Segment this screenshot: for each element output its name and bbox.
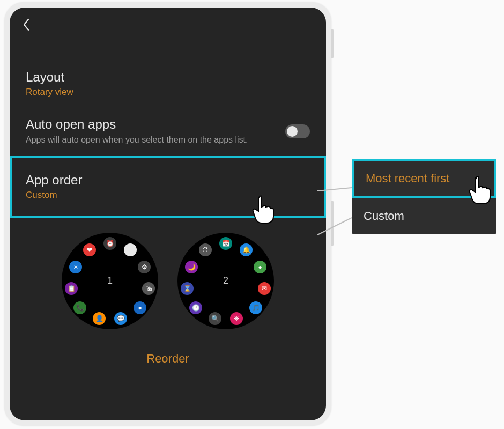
app-icon: ☀ <box>69 261 82 273</box>
app-icon: ● <box>134 301 146 314</box>
layout-value: Rotary view <box>26 87 310 98</box>
app-order-popup: Most recent first Custom <box>352 159 496 234</box>
watch-page-label: 2 <box>223 275 228 286</box>
back-button[interactable] <box>23 18 313 33</box>
reorder-button[interactable]: Reorder <box>10 339 326 370</box>
app-icon: ✉ <box>258 282 271 295</box>
app-icon: 👤 <box>93 312 106 325</box>
watch-page-label: 1 <box>107 275 113 286</box>
pointer-hand-icon <box>250 195 276 225</box>
reorder-label: Reorder <box>146 352 189 365</box>
layout-title: Layout <box>26 70 310 85</box>
chevron-left-icon <box>23 18 30 31</box>
auto-open-toggle[interactable] <box>285 124 310 138</box>
auto-open-setting-row[interactable]: Auto open apps Apps will auto open when … <box>10 107 326 156</box>
app-icon: 💬 <box>114 312 127 325</box>
app-icon: 📅 <box>219 237 232 250</box>
app-icon: ⏱ <box>199 243 212 256</box>
pointer-hand-icon <box>466 176 492 206</box>
app-icon: 📞 <box>73 301 86 314</box>
app-icon: 🔔 <box>240 243 253 256</box>
app-order-title: App order <box>26 173 310 188</box>
phone-side-button <box>331 29 334 58</box>
app-icon: ⏰ <box>103 237 116 250</box>
auto-open-desc: Apps will auto open when you select them… <box>26 134 277 146</box>
app-icon: ⌛ <box>181 282 194 295</box>
app-icon: ❋ <box>230 312 243 325</box>
app-order-setting-row[interactable]: App order Custom <box>10 156 326 218</box>
app-icon <box>124 243 137 256</box>
app-icon: 🌙 <box>185 261 198 273</box>
toggle-knob <box>287 126 298 137</box>
app-icon: ⚙ <box>138 261 151 273</box>
settings-list: Layout Rotary view Auto open apps Apps w… <box>10 39 326 370</box>
app-icon: 🎵 <box>249 301 262 314</box>
app-icon: 🕐 <box>189 301 202 314</box>
app-icon: 🔍 <box>209 312 221 325</box>
phone-screen: Layout Rotary view Auto open apps Apps w… <box>10 8 326 420</box>
layout-setting-row[interactable]: Layout Rotary view <box>10 60 326 107</box>
auto-open-title: Auto open apps <box>26 117 277 132</box>
app-icon: ● <box>254 261 266 273</box>
phone-side-button <box>331 201 334 246</box>
header <box>10 8 326 39</box>
app-icon: ❤ <box>83 243 96 256</box>
app-icon: 🛍 <box>142 282 155 295</box>
phone-frame: Layout Rotary view Auto open apps Apps w… <box>4 2 331 426</box>
watch-face-2[interactable]: 2 📅 🔔 ● ✉ 🎵 ❋ 🔍 🕐 ⌛ 🌙 ⏱ <box>177 233 274 329</box>
app-icon: 📋 <box>65 282 78 295</box>
watch-face-1[interactable]: 1 ⏰ ⚙ 🛍 ● 💬 👤 📞 📋 ☀ ❤ <box>62 233 158 329</box>
watch-layouts-preview: 1 ⏰ ⚙ 🛍 ● 💬 👤 📞 📋 ☀ ❤ 2 📅 🔔 <box>10 218 326 339</box>
